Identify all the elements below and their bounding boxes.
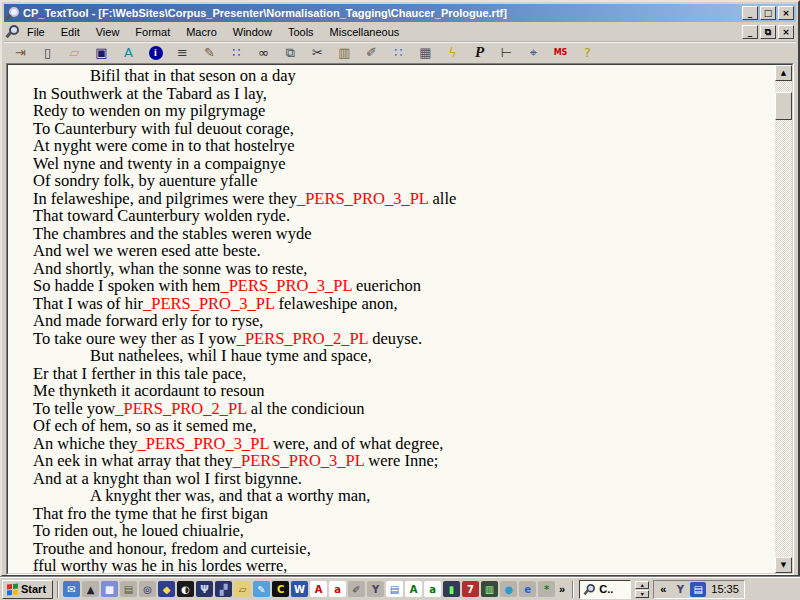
msn-tree-icon[interactable]: * xyxy=(538,581,555,597)
maximize-button[interactable]: □ xyxy=(760,6,776,20)
start-button[interactable]: Start xyxy=(2,580,53,599)
cut-button[interactable]: ✂ xyxy=(304,43,331,63)
mdi-minimize-button[interactable]: _ xyxy=(742,25,758,39)
word-icon[interactable]: W xyxy=(291,581,308,597)
overflow-chevron[interactable]: » xyxy=(556,583,568,595)
tray-chevron[interactable]: « xyxy=(657,583,669,595)
psi-trident-icon[interactable]: Ψ xyxy=(196,581,213,597)
paragraph-p-button[interactable]: P xyxy=(466,43,493,63)
funnel-icon[interactable]: Y xyxy=(367,581,384,597)
taskbar-scroll-spinner: ▴ ▾ xyxy=(635,581,649,598)
save-button[interactable]: ▣ xyxy=(88,43,115,63)
brush-icon[interactable]: ✎ xyxy=(253,581,270,597)
text-segment: fful worthy was he in his lordes werre, xyxy=(33,556,287,573)
text-segment: To telle yow xyxy=(33,399,115,418)
shield-badge-icon[interactable]: ◆ xyxy=(158,581,175,597)
folder-up-icon[interactable]: ▱ xyxy=(234,581,251,597)
menu-tools[interactable]: Tools xyxy=(280,24,322,40)
info-button[interactable]: i xyxy=(142,43,169,63)
globe-icon[interactable]: ● xyxy=(500,581,517,597)
normalisation-tag: _PERS_PRO_3_PL xyxy=(143,294,274,313)
report-button[interactable]: ≡ xyxy=(169,43,196,63)
text-segment: Wel nyne and twenty in a compaignye xyxy=(33,154,286,173)
doc-notes-icon[interactable]: ▤ xyxy=(386,581,403,597)
document-text[interactable]: Bifil that in that seson on a dayIn Sout… xyxy=(8,65,775,573)
menu-format[interactable]: Format xyxy=(127,24,178,40)
exit-button[interactable]: ⇥ xyxy=(7,43,34,63)
wrench-icon[interactable]: ✐ xyxy=(348,581,365,597)
text-line: Er that I ferther in this tale pace, xyxy=(33,365,775,383)
doc-red-A-icon[interactable]: A xyxy=(310,581,327,597)
font-icon: A xyxy=(124,46,133,59)
system-tools-icon[interactable]: ▤ xyxy=(120,581,137,597)
msdos-button[interactable]: MS xyxy=(547,43,574,63)
stats-chart-icon[interactable]: ▞ xyxy=(215,581,232,597)
tree-button[interactable]: ⊢ xyxy=(493,43,520,63)
text-segment: euerichon xyxy=(352,276,421,295)
menu-macro[interactable]: Macro xyxy=(178,24,225,40)
ie-icon[interactable]: e xyxy=(519,581,536,597)
mdi-restore-button[interactable]: ⧉ xyxy=(760,25,776,39)
menu-miscellaneous[interactable]: Miscellaneous xyxy=(322,24,408,40)
paste-button[interactable]: ▥ xyxy=(331,43,358,63)
open-folder-button[interactable]: ▱ xyxy=(61,43,88,63)
spinner-down-button[interactable]: ▾ xyxy=(635,590,649,598)
text-segment: Me thynketh it acordaunt to resoun xyxy=(33,381,264,400)
normalisation-tag: _PERS_PRO_2_PL xyxy=(237,329,368,348)
menu-window[interactable]: Window xyxy=(225,24,280,40)
text-segment: An eek in what array that they xyxy=(33,451,233,470)
scroll-down-button[interactable]: ▼ xyxy=(775,557,792,573)
close-button[interactable]: × xyxy=(778,6,794,20)
text-segment: Trouthe and honour, fredom and curteisie… xyxy=(33,539,311,558)
start-label: Start xyxy=(21,583,46,595)
task-button-cp-texttool[interactable]: C.. xyxy=(579,580,631,599)
tools-pen-button[interactable]: ✐ xyxy=(358,43,385,63)
search-doc-icon[interactable]: ◎ xyxy=(139,581,156,597)
font-button[interactable]: A xyxy=(115,43,142,63)
mdi-close-button[interactable]: × xyxy=(778,25,794,39)
paragraph-p-icon: P xyxy=(475,45,484,60)
menu-view[interactable]: View xyxy=(88,24,128,40)
document-area: Bifil that in that seson on a dayIn Sout… xyxy=(6,63,794,575)
console-icon[interactable]: ▮ xyxy=(443,581,460,597)
doc-red-a-icon[interactable]: a xyxy=(329,581,346,597)
video-tray-icon[interactable]: ▤ xyxy=(690,582,706,597)
spinner-up-button[interactable]: ▴ xyxy=(635,581,649,589)
find-binoculars-button[interactable]: ∞ xyxy=(250,43,277,63)
rocket-icon[interactable]: ▲ xyxy=(82,581,99,597)
blue-squares-button[interactable]: ∷ xyxy=(385,43,412,63)
cube-icon[interactable]: ■ xyxy=(101,581,118,597)
crosshair-button[interactable]: ⌖ xyxy=(520,43,547,63)
new-document-button[interactable]: ▯ xyxy=(34,43,61,63)
cut-icon: ✂ xyxy=(312,46,323,59)
text-segment: The chambres and the stables weren wyde xyxy=(33,224,312,243)
text-segment: In Southwerk at the Tabard as I lay, xyxy=(33,84,267,103)
mail-monitor-icon[interactable]: ✉ xyxy=(63,581,80,597)
opera-circle-icon[interactable]: ◐ xyxy=(177,581,194,597)
doc-green-a-icon[interactable]: a xyxy=(424,581,441,597)
vertical-scrollbar[interactable]: ▲ ▼ xyxy=(775,65,792,573)
help-button[interactable]: ? xyxy=(574,43,601,63)
text-line: That toward Caunterbury wolden ryde. xyxy=(33,207,775,225)
scrollbar-thumb[interactable] xyxy=(775,92,792,120)
copy-button[interactable]: ⧉ xyxy=(277,43,304,63)
minimize-button[interactable]: _ xyxy=(742,6,758,20)
document-magnifier-icon[interactable] xyxy=(6,25,19,38)
console-window-icon[interactable]: ▥ xyxy=(481,581,498,597)
text-line: fful worthy was he in his lordes werre, xyxy=(33,557,775,573)
doc-green-A-icon[interactable]: A xyxy=(405,581,422,597)
book-pen-button[interactable]: ✎ xyxy=(196,43,223,63)
menu-file[interactable]: File xyxy=(19,24,53,40)
menu-edit[interactable]: Edit xyxy=(53,24,88,40)
text-segment: That toward Caunterbury wolden ryde. xyxy=(33,206,290,225)
grid-button[interactable]: ▦ xyxy=(412,43,439,63)
lightning-button[interactable]: ϟ xyxy=(439,43,466,63)
text-segment: Of sondry folk, by auenture yfalle xyxy=(33,171,258,190)
scroll-up-button[interactable]: ▲ xyxy=(775,65,792,81)
calendar-7-icon[interactable]: 7 xyxy=(462,581,479,597)
app-magnifier-icon xyxy=(6,7,19,20)
list-button[interactable]: ∷ xyxy=(223,43,250,63)
text-segment: felaweshipe anon, xyxy=(274,294,397,313)
funnel-tray-icon[interactable]: Y xyxy=(672,582,688,597)
codec-c00-icon[interactable]: C xyxy=(272,581,289,597)
